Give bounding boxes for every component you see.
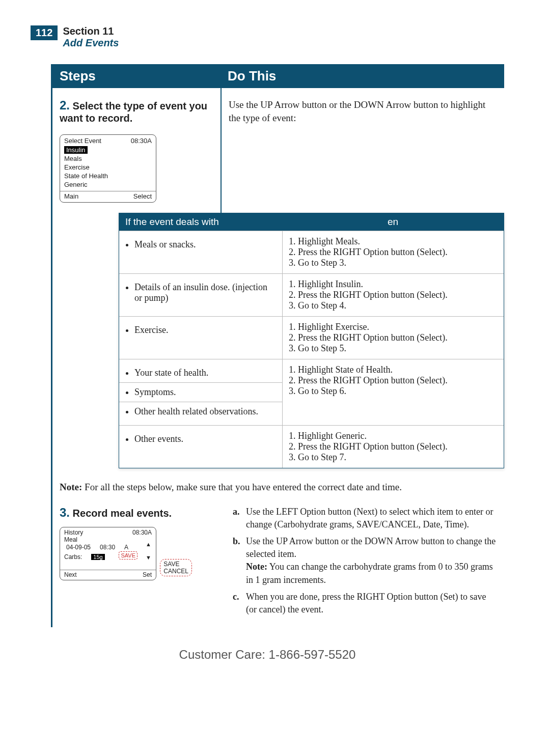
bubble-cancel: CANCEL	[163, 568, 188, 575]
cell-right: 1. Highlight State of Health. 2. Press t…	[282, 359, 504, 425]
list-item: c. When you are done, press the RIGHT Op…	[233, 591, 497, 616]
table-row: Exercise. 1. Highlight Exercise. 2. Pres…	[119, 316, 504, 359]
event-list: Insulin Meals Exercise State of Health G…	[60, 145, 156, 191]
step-2-number: 2.	[60, 98, 70, 112]
step-3-list: a. Use the LEFT Option button (Next) to …	[233, 506, 497, 617]
table-row: Your state of health. Symptoms. Other he…	[119, 359, 504, 425]
note-line: Note: For all the steps below, make sure…	[52, 481, 504, 494]
cell-left: Your state of health.	[134, 368, 276, 378]
hist-date: 04-09-05	[66, 544, 91, 551]
step-2-title: Select the type of event you want to rec…	[60, 100, 207, 124]
header-steps: Steps	[52, 64, 221, 88]
step-2-heading: 2. Select the type of event you want to …	[60, 98, 213, 124]
table-row: Other events. 1. Highlight Generic. 2. P…	[119, 425, 504, 468]
hist-foot-right: Set	[143, 571, 152, 578]
event-item: Meals	[64, 154, 152, 163]
item-note: You can change the carbohydrate grams fr…	[246, 562, 493, 584]
cell-left: Meals or snacks.	[134, 239, 276, 250]
inner-head-left: If the event deals with	[119, 213, 282, 231]
step-2-instruction: Use the UP Arrow button or the DOWN Arro…	[229, 98, 497, 124]
save-cancel-callout: SAVE CANCEL	[160, 559, 192, 576]
event-decision-table: If the event deals with en Meals or snac…	[119, 213, 504, 468]
page-number: 112	[31, 25, 58, 40]
page-header: 112 Section 11 Add Events	[31, 25, 504, 49]
cell-right: 1. Highlight Exercise. 2. Press the RIGH…	[282, 317, 504, 359]
list-item: b. Use the UP Arrow button or the DOWN A…	[233, 535, 497, 586]
screen-foot-right: Select	[133, 192, 152, 200]
cell-left: Other events.	[134, 434, 276, 444]
item-note-label: Note:	[246, 562, 267, 572]
save-inner: SAVE	[119, 551, 138, 559]
footer-customer-care: Customer Care: 1-866-597-5520	[31, 648, 504, 662]
item-text: When you are done, press the RIGHT Optio…	[246, 592, 486, 614]
carbs-label: Carbs:	[64, 553, 82, 561]
step-3-heading: 3. Record meal events.	[60, 506, 213, 520]
hist-time: 08:30A	[132, 529, 152, 536]
carbs-value: 15g	[91, 554, 104, 560]
note-text: For all the steps below, make sure that …	[85, 482, 402, 492]
history-screen: History 08:30A Meal 04-09-05 08:30 A Car…	[60, 527, 156, 580]
cell-right: 1. Highlight Meals. 2. Press the RIGHT O…	[282, 231, 504, 273]
cell-right: 1. Highlight Insulin. 2. Press the RIGHT…	[282, 274, 504, 316]
cell-left: Details of an insulin dose. (injection o…	[134, 282, 276, 303]
header-dothis: Do This	[221, 64, 504, 88]
screen-foot-left: Main	[64, 192, 78, 200]
event-item: Generic	[64, 180, 152, 189]
step-3-title: Record meal events.	[73, 508, 172, 519]
hist-t2: 08:30	[100, 544, 115, 551]
steps-container: Steps Do This 2. Select the type of even…	[51, 64, 504, 627]
item-label: a.	[233, 506, 240, 518]
section-title: Section 11	[63, 25, 119, 37]
item-label: c.	[233, 591, 239, 603]
event-item: Exercise	[64, 163, 152, 172]
screen-title: Select Event	[64, 137, 101, 145]
arrow-icons: ▲ ▼	[146, 541, 151, 561]
cell-left: Other health related observations.	[134, 406, 276, 417]
cell-left: Symptoms.	[134, 387, 276, 398]
cell-right: 1. Highlight Generic. 2. Press the RIGHT…	[282, 426, 504, 468]
inner-head-right: en	[282, 213, 504, 231]
item-text: Use the LEFT Option button (Next) to sel…	[246, 507, 493, 529]
hist-line2: Meal	[60, 536, 156, 543]
table-row: Details of an insulin dose. (injection o…	[119, 273, 504, 316]
column-headers: Steps Do This	[52, 64, 504, 88]
down-arrow-icon: ▼	[146, 554, 151, 561]
hist-foot-left: Next	[64, 571, 77, 578]
item-text: Use the UP Arrow button or the DOWN Arro…	[246, 536, 496, 559]
bubble-save: SAVE	[163, 561, 188, 568]
list-item: a. Use the LEFT Option button (Next) to …	[233, 506, 497, 531]
note-label: Note:	[60, 482, 82, 492]
select-event-screen: Select Event 08:30A Insulin Meals Exerci…	[60, 134, 156, 203]
item-label: b.	[233, 535, 240, 548]
table-row: Meals or snacks. 1. Highlight Meals. 2. …	[119, 231, 504, 273]
event-item: State of Health	[64, 172, 152, 180]
hist-title: History	[64, 529, 83, 536]
step-3-number: 3.	[60, 506, 70, 519]
event-selected: Insulin	[64, 146, 88, 154]
hist-ampm: A	[124, 544, 128, 551]
screen-time: 08:30A	[131, 137, 152, 145]
up-arrow-icon: ▲	[146, 541, 151, 547]
section-subtitle: Add Events	[63, 37, 119, 49]
cell-left: Exercise.	[134, 325, 276, 335]
